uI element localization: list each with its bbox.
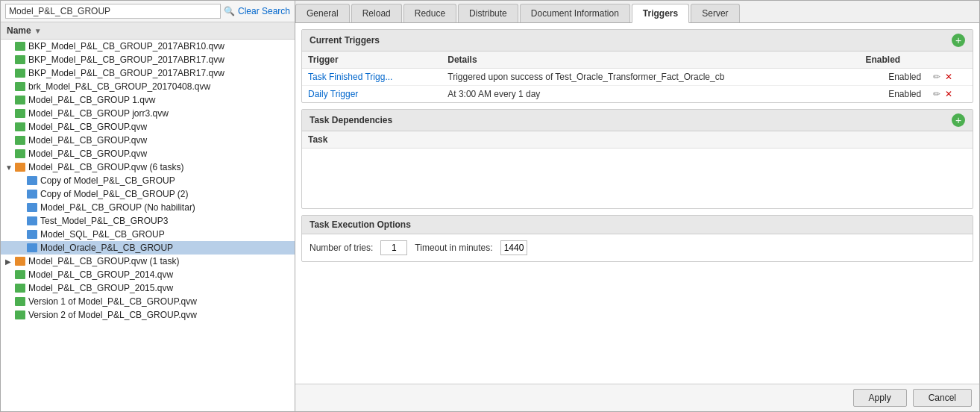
tab-triggers[interactable]: Triggers	[632, 4, 689, 23]
details-col-header: Details	[442, 52, 859, 69]
list-item[interactable]: Test_Model_P&L_CB_GROUP3	[1, 214, 295, 228]
item-label: Model_SQL_P&L_CB_GROUP	[40, 229, 165, 240]
add-dependency-button[interactable]: +	[952, 113, 965, 127]
apply-button[interactable]: Apply	[853, 389, 907, 407]
content-area: Current Triggers + Trigger Details Enabl…	[295, 23, 979, 384]
trigger-name-cell[interactable]: Daily Trigger	[302, 86, 442, 103]
list-item[interactable]: Model_P&L_CB_GROUP_2014.qvw	[1, 268, 295, 281]
qvw-icon	[14, 269, 26, 280]
tab-distribute[interactable]: Distribute	[458, 4, 518, 22]
trigger-name-cell[interactable]: Task Finished Trigg...	[302, 69, 442, 86]
item-label: Model_P&L_CB_GROUP_2014.qvw	[28, 269, 173, 280]
qvw-icon	[14, 81, 26, 92]
cancel-button[interactable]: Cancel	[913, 389, 972, 407]
qvw-icon	[14, 41, 26, 52]
item-label: Version 2 of Model_P&L_CB_GROUP.qvw	[28, 310, 197, 320]
task-icon	[26, 189, 38, 199]
item-label: Model_P&L_CB_GROUP_2015.qvw	[28, 283, 173, 293]
footer: Apply Cancel	[295, 384, 979, 411]
number-of-tries-input[interactable]	[380, 240, 407, 255]
tab-document_information[interactable]: Document Information	[520, 4, 630, 22]
item-label: Model_P&L_CB_GROUP.qvw	[28, 122, 147, 132]
list-item[interactable]: Model_Oracle_P&L_CB_GROUP	[1, 241, 295, 255]
right-panel: GeneralReloadReduceDistributeDocument In…	[295, 1, 979, 411]
tab-server[interactable]: Server	[691, 4, 739, 22]
qvw-icon	[14, 108, 26, 119]
item-label: BKP_Model_P&L_CB_GROUP_2017ABR10.qvw	[28, 41, 224, 52]
list-item[interactable]: ▼Model_P&L_CB_GROUP.qvw (6 tasks)	[1, 160, 295, 174]
add-trigger-button[interactable]: +	[952, 34, 965, 47]
item-label: Model_P&L_CB_GROUP 1.qvw	[28, 95, 156, 105]
task-icon	[26, 229, 38, 240]
current-triggers-section: Current Triggers + Trigger Details Enabl…	[301, 29, 973, 103]
qvw-icon	[14, 310, 26, 320]
list-item[interactable]: Model_P&L_CB_GROUP (No habilitar)	[1, 201, 295, 214]
enabled-col-header: Enabled	[859, 52, 927, 69]
item-label: Model_P&L_CB_GROUP.qvw (6 tasks)	[28, 162, 184, 172]
task-dependencies-section: Task Dependencies + Task	[301, 109, 973, 209]
timeout-input[interactable]	[500, 240, 527, 255]
expand-icon[interactable]: ▶	[5, 258, 14, 266]
qvw-icon	[14, 122, 26, 132]
item-label: Copy of Model_P&L_CB_GROUP	[40, 175, 175, 186]
task-icon	[26, 243, 38, 253]
trigger-actions-cell: ✏✕	[927, 86, 973, 103]
delete-trigger-icon[interactable]: ✕	[945, 72, 952, 82]
exec-options-header: Task Execution Options	[302, 216, 973, 234]
edit-trigger-icon[interactable]: ✏	[933, 72, 940, 82]
table-row: Task Finished Trigg...Triggered upon suc…	[302, 69, 973, 86]
list-item[interactable]: BKP_Model_P&L_CB_GROUP_2017ABR10.qvw	[1, 40, 295, 53]
item-label: BKP_Model_P&L_CB_GROUP_2017ABR17.qvw	[28, 54, 224, 65]
number-of-tries-label: Number of tries:	[310, 243, 373, 253]
list-item[interactable]: Model_P&L_CB_GROUP.qvw	[1, 134, 295, 147]
task-dep-table: Task	[302, 131, 973, 208]
clear-search-link[interactable]: Clear Search	[238, 6, 290, 16]
tab-reload[interactable]: Reload	[351, 4, 402, 22]
list-item[interactable]: brk_Model_P&L_CB_GROUP_20170408.qvw	[1, 80, 295, 93]
current-triggers-title: Current Triggers	[310, 35, 380, 46]
delete-trigger-icon[interactable]: ✕	[945, 89, 952, 99]
tab-general[interactable]: General	[295, 4, 350, 22]
list-item[interactable]: Model_P&L_CB_GROUP.qvw	[1, 120, 295, 134]
item-label: Copy of Model_P&L_CB_GROUP (2)	[40, 189, 189, 199]
list-header: Name ▼	[1, 22, 295, 40]
list-item[interactable]: ▶Model_P&L_CB_GROUP.qvw (1 task)	[1, 255, 295, 268]
qvw-icon	[14, 149, 26, 159]
list-item[interactable]: Model_P&L_CB_GROUP_2015.qvw	[1, 281, 295, 295]
trigger-details-cell: At 3:00 AM every 1 day	[442, 86, 859, 103]
list-item[interactable]: Copy of Model_P&L_CB_GROUP (2)	[1, 187, 295, 201]
left-panel: 🔍 Clear Search Name ▼ BKP_Model_P&L_CB_G…	[1, 1, 295, 411]
item-label: Model_P&L_CB_GROUP jorr3.qvw	[28, 108, 169, 119]
group-icon	[14, 162, 26, 172]
qvw-icon	[14, 296, 26, 307]
list-item[interactable]: Model_P&L_CB_GROUP.qvw	[1, 147, 295, 160]
tab-bar: GeneralReloadReduceDistributeDocument In…	[295, 1, 979, 23]
list-item[interactable]: Copy of Model_P&L_CB_GROUP	[1, 174, 295, 187]
trigger-enabled-cell: Enabled	[859, 69, 927, 86]
list-item[interactable]: Model_SQL_P&L_CB_GROUP	[1, 228, 295, 241]
item-label: Model_P&L_CB_GROUP.qvw (1 task)	[28, 256, 180, 266]
tab-reduce[interactable]: Reduce	[403, 4, 456, 22]
item-label: brk_Model_P&L_CB_GROUP_20170408.qvw	[28, 81, 210, 92]
main-container: 🔍 Clear Search Name ▼ BKP_Model_P&L_CB_G…	[0, 0, 980, 412]
list-item[interactable]: Model_P&L_CB_GROUP jorr3.qvw	[1, 107, 295, 120]
list-item[interactable]: Version 1 of Model_P&L_CB_GROUP.qvw	[1, 295, 295, 308]
trigger-details-cell: Triggered upon success of Test_Oracle_Tr…	[442, 69, 859, 86]
filter-icon[interactable]: ▼	[34, 27, 42, 35]
exec-options-section: Task Execution Options Number of tries: …	[301, 215, 973, 262]
search-input[interactable]	[5, 4, 221, 19]
item-label: Version 1 of Model_P&L_CB_GROUP.qvw	[28, 296, 197, 307]
item-label: BKP_Model_P&L_CB_GROUP_2017ABR17.qvw	[28, 68, 224, 78]
search-bar: 🔍 Clear Search	[1, 1, 295, 22]
expand-icon[interactable]: ▼	[5, 163, 14, 172]
edit-trigger-icon[interactable]: ✏	[933, 89, 940, 99]
list-item[interactable]: BKP_Model_P&L_CB_GROUP_2017ABR17.qvw	[1, 66, 295, 80]
qvw-icon	[14, 135, 26, 146]
list-item[interactable]: Model_P&L_CB_GROUP 1.qvw	[1, 93, 295, 107]
item-label: Test_Model_P&L_CB_GROUP3	[40, 216, 168, 226]
task-dependencies-title: Task Dependencies	[310, 115, 392, 125]
list-item[interactable]: BKP_Model_P&L_CB_GROUP_2017ABR17.qvw	[1, 53, 295, 66]
group-icon	[14, 256, 26, 266]
list-item[interactable]: Version 2 of Model_P&L_CB_GROUP.qvw	[1, 308, 295, 322]
trigger-enabled-cell: Enabled	[859, 86, 927, 103]
